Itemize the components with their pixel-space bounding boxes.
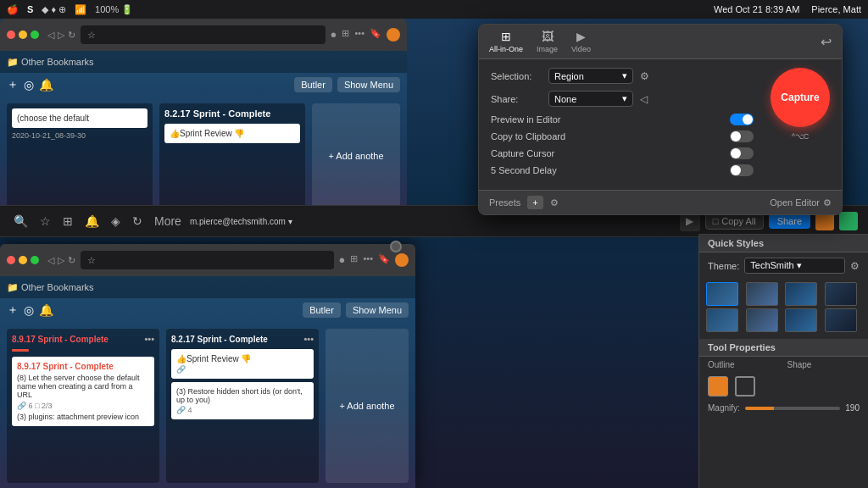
apple-icon[interactable]: 🍎: [7, 4, 19, 15]
outline-color-swatch[interactable]: [708, 376, 728, 396]
magnify-slider[interactable]: [745, 407, 841, 410]
minimize-button-bottom[interactable]: [19, 256, 27, 264]
close-button-bottom[interactable]: [7, 256, 15, 264]
open-editor-button[interactable]: Open Editor ⚙: [770, 197, 832, 208]
selection-dropdown[interactable]: Region ▾: [548, 68, 633, 84]
copy-all-button[interactable]: □ Copy All: [705, 213, 764, 230]
add-preset-button[interactable]: +: [527, 196, 542, 209]
trello-card-sprint-bottom[interactable]: 👍Sprint Review 👎 🔗: [171, 349, 314, 379]
style-thumb-8[interactable]: [825, 308, 857, 332]
forward-icon-bottom[interactable]: ▷: [58, 255, 64, 266]
capture-cursor-toggle[interactable]: [730, 147, 754, 159]
settings-icon[interactable]: ⚙: [640, 70, 649, 82]
toolbar-icon-5[interactable]: ◈: [108, 213, 124, 230]
toolbar-more-btn[interactable]: More: [151, 213, 185, 230]
copy-clipboard-toggle[interactable]: [730, 130, 754, 142]
tool-properties-title: Tool Properties: [699, 339, 868, 357]
other-bookmarks-top[interactable]: 📁 Other Bookmarks: [7, 57, 94, 68]
theme-dropdown[interactable]: TechSmith ▾: [744, 258, 845, 274]
style-thumb-6[interactable]: [746, 308, 778, 332]
capture-options: Selection: Region ▾ ⚙ Share: None ▾ ◁ Pr…: [491, 68, 754, 181]
close-button-top[interactable]: [7, 30, 15, 39]
share-dropdown[interactable]: None ▾: [548, 91, 633, 107]
avatar-top[interactable]: [387, 28, 400, 42]
capture-tab-image[interactable]: 🖼 Image: [537, 30, 558, 53]
delay-toggle[interactable]: [730, 164, 754, 176]
more-icon-bottom[interactable]: •••: [363, 253, 373, 267]
show-menu-button-bottom[interactable]: Show Menu: [346, 302, 409, 318]
menu-item-wifi[interactable]: 📶: [75, 4, 86, 15]
extensions-icon[interactable]: ⊞: [342, 28, 349, 42]
style-thumb-3[interactable]: [785, 282, 817, 306]
browser-window-controls-top[interactable]: [7, 30, 39, 39]
style-thumb-4[interactable]: [825, 282, 857, 306]
trello-card-restore[interactable]: (3) Restore hidden short ids (or don't, …: [171, 382, 314, 419]
style-thumb-7[interactable]: [785, 308, 817, 332]
extensions-icon-bottom[interactable]: ⊞: [350, 253, 358, 267]
back-icon-bottom[interactable]: ◁: [47, 255, 54, 266]
drag-handle[interactable]: [390, 241, 402, 252]
presets-gear-icon[interactable]: ⚙: [550, 197, 559, 208]
green-tool-button[interactable]: [839, 212, 858, 230]
bookmark-icon-b2[interactable]: 🔖: [378, 253, 390, 267]
capture-button[interactable]: Capture: [771, 68, 830, 127]
back-icon[interactable]: ◁: [47, 30, 54, 41]
add-another-bottom[interactable]: + Add anothe: [326, 329, 409, 483]
folder-icon: 📁: [7, 57, 19, 68]
forward-icon[interactable]: ▷: [58, 30, 64, 41]
toolbar-icon-6[interactable]: ↻: [129, 213, 146, 230]
chevron-down-icon: ▾: [622, 70, 627, 81]
avatar-bottom[interactable]: [395, 253, 409, 267]
col1-more-icon[interactable]: •••: [144, 334, 154, 344]
reload-icon-bottom[interactable]: ↻: [68, 255, 75, 266]
search-board-icon-bottom[interactable]: ◎: [24, 303, 34, 317]
menu-item-file[interactable]: ◆ ♦ ⊕: [42, 4, 66, 15]
preview-toggle[interactable]: [730, 114, 754, 125]
add-board-icon-bottom[interactable]: ＋: [7, 302, 19, 318]
share-button[interactable]: Share: [769, 214, 810, 229]
theme-settings-icon[interactable]: ⚙: [850, 260, 860, 272]
url-bar-top[interactable]: ☆: [81, 25, 326, 44]
undo-icon[interactable]: ↩: [821, 34, 832, 50]
preview-toggle-thumb: [743, 114, 753, 125]
notify-icon-bottom[interactable]: 🔔: [39, 303, 53, 317]
notify-icon[interactable]: 🔔: [39, 78, 53, 92]
search-board-icon[interactable]: ◎: [24, 78, 34, 92]
show-menu-button-top[interactable]: Show Menu: [337, 77, 400, 92]
profile-icon[interactable]: ●: [331, 28, 337, 42]
maximize-button-top[interactable]: [31, 30, 39, 39]
capture-tab-all-in-one[interactable]: ⊞ All-in-One: [489, 30, 523, 53]
minimize-button-top[interactable]: [19, 30, 27, 39]
add-board-icon[interactable]: ＋: [7, 77, 19, 92]
trello-card-sprint-top[interactable]: 👍Sprint Review 👎: [164, 124, 300, 143]
app-name[interactable]: S: [27, 4, 33, 14]
more-icon[interactable]: •••: [354, 28, 364, 42]
other-bookmarks-bottom[interactable]: 📁 Other Bookmarks: [7, 282, 94, 293]
col2-more-icon[interactable]: •••: [303, 334, 314, 344]
url-bar-bottom[interactable]: ☆: [81, 251, 334, 269]
browser-window-controls-bottom[interactable]: [7, 256, 39, 264]
bookmark-icon-2[interactable]: 🔖: [370, 28, 381, 42]
style-thumb-2[interactable]: [746, 282, 778, 306]
butler-button-top[interactable]: Butler: [294, 77, 332, 92]
toolbar-icon-3[interactable]: ⊞: [59, 213, 76, 230]
add-another-top[interactable]: + Add anothe: [312, 103, 400, 208]
style-thumb-5[interactable]: [706, 308, 738, 332]
trello-card-server[interactable]: 8.9.17 Sprint - Complete (8) Let the ser…: [12, 357, 154, 426]
reload-icon[interactable]: ↻: [68, 30, 75, 41]
toolbar-icon-2[interactable]: ☆: [36, 213, 54, 230]
delay-label: 5 Second Delay: [491, 165, 557, 175]
shape-control[interactable]: [735, 376, 755, 396]
toolbar-icon-4[interactable]: 🔔: [81, 213, 103, 230]
capture-tab-video[interactable]: ▶ Video: [571, 30, 591, 53]
toolbar-icon-1[interactable]: 🔍: [10, 213, 31, 230]
maximize-button-bottom[interactable]: [31, 256, 39, 264]
profile-icon-bottom[interactable]: ●: [339, 253, 346, 267]
share-collapse-icon[interactable]: ◁: [640, 93, 648, 105]
style-thumb-1[interactable]: [706, 282, 738, 306]
restore-text: (3) Restore hidden short ids (or don't, …: [176, 387, 309, 404]
butler-button-bottom[interactable]: Butler: [303, 302, 341, 318]
trello-card-default[interactable]: (choose the default: [12, 108, 147, 128]
user-email[interactable]: m.pierce@techsmith.com ▾: [190, 217, 292, 226]
menu-item-battery[interactable]: 100% 🔋: [95, 4, 133, 15]
